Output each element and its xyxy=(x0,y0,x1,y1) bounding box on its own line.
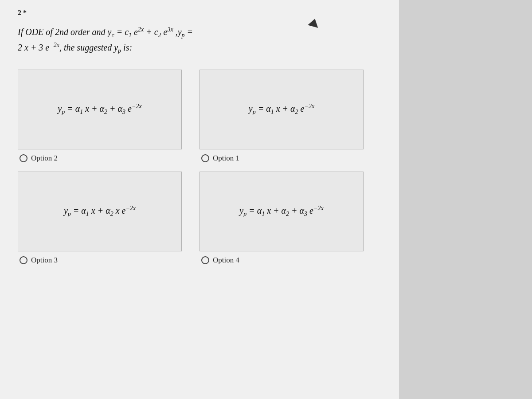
radio-option-1[interactable] xyxy=(201,154,209,162)
option-label-4[interactable]: Option 4 xyxy=(200,256,239,265)
option-3-text: Option 3 xyxy=(31,256,58,265)
option-cell-3: yp = α1 x + α2 x e−2x Option 3 xyxy=(18,172,200,274)
option-cell-1: yp = α1 x + α2 e−2x Option 1 xyxy=(200,70,381,172)
option-formula-3: yp = α1 x + α2 x e−2x xyxy=(64,205,136,218)
page-container: 2 * If ODE of 2nd order and yc = c1 e2x … xyxy=(0,0,399,399)
option-formula-2: yp = α1 x + α2 + α3 e−2x xyxy=(58,103,141,116)
option-box-2[interactable]: yp = α1 x + α2 + α3 e−2x xyxy=(18,70,182,149)
option-cell-4: yp = α1 x + α2 + α3 e−2x Option 4 xyxy=(200,172,381,274)
option-label-3[interactable]: Option 3 xyxy=(18,256,58,265)
option-formula-4: yp = α1 x + α2 + α3 e−2x xyxy=(239,205,323,218)
option-cell-2: yp = α1 x + α2 + α3 e−2x Option 2 xyxy=(18,70,200,172)
option-box-4[interactable]: yp = α1 x + α2 + α3 e−2x xyxy=(200,172,364,251)
option-2-text: Option 2 xyxy=(31,154,58,163)
option-label-2[interactable]: Option 2 xyxy=(18,154,58,163)
option-box-3[interactable]: yp = α1 x + α2 x e−2x xyxy=(18,172,182,251)
radio-option-3[interactable] xyxy=(20,256,27,264)
question-number: 2 * xyxy=(18,9,381,17)
options-grid: yp = α1 x + α2 + α3 e−2x Option 2 yp = α… xyxy=(18,70,381,274)
radio-option-4[interactable] xyxy=(201,256,209,264)
radio-option-2[interactable] xyxy=(20,154,27,162)
option-box-1[interactable]: yp = α1 x + α2 e−2x xyxy=(200,70,364,149)
option-1-text: Option 1 xyxy=(213,154,239,163)
question-text: If ODE of 2nd order and yc = c1 e2x + c2… xyxy=(18,25,381,56)
option-4-text: Option 4 xyxy=(213,256,239,265)
option-formula-1: yp = α1 x + α2 e−2x xyxy=(249,103,314,116)
option-label-1[interactable]: Option 1 xyxy=(200,154,239,163)
